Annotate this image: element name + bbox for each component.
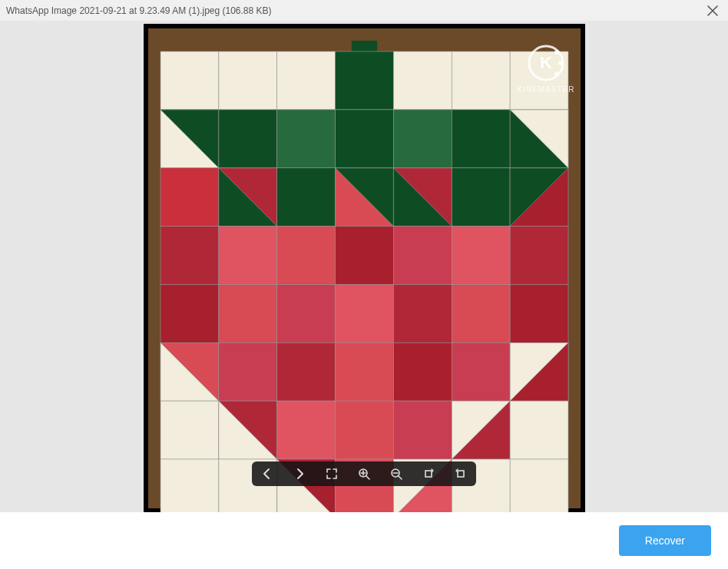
- zoom-in-icon: [358, 468, 370, 480]
- svg-rect-58: [393, 401, 452, 459]
- svg-rect-38: [218, 284, 276, 342]
- svg-rect-57: [335, 401, 393, 459]
- svg-rect-15: [393, 110, 452, 168]
- prev-button[interactable]: [260, 466, 275, 481]
- svg-rect-70: [510, 459, 568, 513]
- svg-rect-48: [335, 342, 393, 401]
- fullscreen-button[interactable]: [324, 466, 339, 481]
- svg-rect-53: [160, 401, 219, 459]
- chevron-right-icon: [293, 468, 306, 480]
- svg-rect-43: [510, 284, 568, 342]
- svg-rect-6: [335, 51, 393, 110]
- svg-rect-56: [276, 401, 335, 459]
- svg-rect-61: [510, 401, 568, 459]
- image-viewer: KKINEMASTER: [0, 22, 728, 512]
- rotate-right-icon: [422, 468, 435, 480]
- title-bar: WhatsApp Image 2021-09-21 at 9.23.49 AM …: [0, 0, 728, 22]
- svg-rect-46: [218, 342, 276, 401]
- svg-rect-42: [452, 284, 510, 342]
- next-button[interactable]: [292, 466, 307, 481]
- svg-point-74: [554, 71, 559, 76]
- svg-rect-34: [393, 227, 452, 285]
- svg-rect-40: [335, 284, 393, 342]
- svg-rect-31: [218, 227, 276, 285]
- svg-point-73: [558, 61, 563, 65]
- svg-rect-41: [393, 284, 452, 342]
- chevron-left-icon: [261, 468, 273, 480]
- svg-rect-13: [276, 110, 335, 168]
- svg-rect-22: [276, 168, 335, 227]
- svg-rect-32: [276, 227, 335, 285]
- preview-image: KKINEMASTER: [144, 24, 585, 513]
- zoom-in-button[interactable]: [356, 466, 372, 481]
- svg-rect-37: [160, 284, 219, 342]
- svg-rect-33: [335, 227, 393, 285]
- fullscreen-icon: [326, 468, 338, 480]
- svg-rect-36: [510, 227, 568, 285]
- svg-rect-30: [160, 227, 219, 285]
- svg-rect-16: [452, 110, 510, 168]
- svg-rect-3: [160, 51, 219, 110]
- svg-rect-50: [452, 342, 510, 401]
- svg-rect-14: [335, 110, 393, 168]
- svg-rect-4: [218, 51, 276, 110]
- svg-rect-80: [458, 471, 464, 477]
- rotate-right-button[interactable]: [421, 466, 436, 481]
- svg-rect-12: [218, 110, 276, 168]
- svg-rect-47: [276, 342, 335, 401]
- image-frame: KKINEMASTER: [144, 24, 585, 513]
- footer-bar: Recover: [0, 512, 728, 569]
- svg-text:K: K: [540, 53, 552, 72]
- svg-rect-8: [452, 51, 510, 110]
- viewer-toolbar: [252, 461, 476, 486]
- svg-text:KINEMASTER: KINEMASTER: [517, 85, 574, 94]
- svg-rect-79: [425, 471, 432, 477]
- svg-rect-39: [276, 284, 335, 342]
- rotate-left-icon: [455, 468, 467, 480]
- close-button[interactable]: [703, 2, 722, 20]
- close-icon: [707, 5, 718, 16]
- rotate-left-button[interactable]: [453, 466, 468, 481]
- svg-rect-27: [452, 168, 510, 227]
- svg-rect-35: [452, 227, 510, 285]
- zoom-out-icon: [390, 468, 402, 480]
- recover-button[interactable]: Recover: [619, 525, 711, 556]
- svg-rect-62: [160, 459, 219, 513]
- file-title: WhatsApp Image 2021-09-21 at 9.23.49 AM …: [6, 5, 703, 16]
- svg-rect-49: [393, 342, 452, 401]
- svg-point-72: [554, 50, 559, 55]
- svg-rect-5: [276, 51, 335, 110]
- zoom-out-button[interactable]: [389, 466, 404, 481]
- svg-rect-7: [393, 51, 452, 110]
- svg-rect-19: [160, 168, 219, 227]
